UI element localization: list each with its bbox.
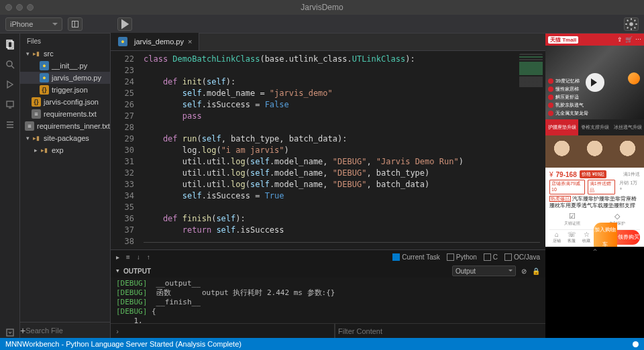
chevron-down-icon[interactable]: ▸: [115, 270, 121, 273]
lang-c-checkbox[interactable]: C: [484, 253, 498, 261]
tab-label: jarvis_demo.py: [134, 38, 184, 46]
output-label: OUTPUT: [123, 268, 151, 275]
svg-marker-2: [121, 19, 129, 29]
file-tree[interactable]: ▾▸▮src●__init__.py●jarvis_demo.py{}trigg…: [20, 48, 110, 322]
variant-tab[interactable]: 护腰座垫升级: [545, 119, 578, 135]
resize-handle[interactable]: ⌃: [545, 247, 644, 257]
buy-button[interactable]: 领券购买: [617, 230, 641, 245]
add-file-button[interactable]: +: [20, 325, 25, 336]
output-log[interactable]: [DEBUG] __output__ [DEBUG] 函数 output 执行耗…: [111, 278, 545, 323]
python-icon: ●: [118, 37, 127, 46]
variant-images[interactable]: [545, 135, 644, 168]
run-button[interactable]: [117, 17, 132, 31]
device-selector[interactable]: iPhone: [5, 17, 62, 31]
app-header: 天猫 Tmall ⇪ 🛒 ⋯: [545, 34, 644, 46]
svg-rect-9: [7, 101, 13, 107]
price-range: 79-168: [556, 171, 577, 178]
explorer-title: Files: [20, 34, 110, 48]
upload-icon[interactable]: ↑: [147, 253, 150, 261]
repl-input[interactable]: [124, 324, 334, 338]
product-info: ¥79-168 价格 ¥69起 满1件送 店铺券满79减10 满1件送赠品 月销…: [545, 168, 644, 247]
price-badge: 价格 ¥69起: [580, 170, 607, 178]
price-line: ¥79-168 价格 ¥69起 满1件送: [549, 170, 640, 178]
status-text: MNNWorkbench - Python Language Server St…: [5, 340, 241, 348]
output-header: ▸ OUTPUT Output ⊘ 🔒: [111, 264, 545, 278]
hero-video[interactable]: 39度记忆棉慢性家居棉解压更舒适乳胶亲肤透气无金属支架龙骨: [545, 46, 644, 119]
file-explorer: Files ▾▸▮src●__init__.py●jarvis_demo.py{…: [20, 34, 111, 338]
search-icon[interactable]: [5, 59, 15, 70]
filter-input[interactable]: [335, 324, 545, 338]
tree-node[interactable]: ●__init__.py: [20, 60, 110, 72]
product-title: 热卖爆品 汽车腰靠护腰靠垫靠背座椅腰枕车用夏季透气车载腰垫腰部支撑头枕: [549, 196, 640, 209]
titlebar: JarvisDemo: [0, 0, 644, 15]
tree-node[interactable]: ●jarvis_demo.py: [20, 72, 110, 84]
tree-node[interactable]: ≡requirements_inner.txt: [20, 120, 110, 132]
stop-icon[interactable]: ≡: [126, 253, 130, 261]
download-icon[interactable]: ↓: [137, 253, 140, 261]
activity-bar: [0, 34, 20, 338]
minimap[interactable]: [519, 54, 543, 107]
tree-node[interactable]: {}jarvis-config.json: [20, 96, 110, 108]
code-editor[interactable]: 22 23 24 25 26 27 28 29 30 31 32 33 34 3…: [111, 51, 545, 249]
nav-service[interactable]: ☏客服: [564, 231, 579, 244]
svg-rect-14: [7, 329, 13, 336]
more-icon[interactable]: ⋯: [635, 36, 641, 43]
download-icon[interactable]: [5, 327, 15, 338]
close-icon[interactable]: ×: [188, 38, 192, 46]
floating-action[interactable]: [628, 72, 640, 84]
status-bar: MNNWorkbench - Python Language Server St…: [0, 338, 644, 350]
tree-node[interactable]: ▾▸▮src: [20, 48, 110, 60]
debug-icon[interactable]: [5, 79, 15, 90]
svg-rect-0: [72, 21, 78, 27]
variant-tab[interactable]: 冰丝透气升级: [611, 119, 644, 135]
ship-label: 满1件送: [623, 171, 640, 178]
svg-line-7: [11, 66, 14, 68]
tree-node[interactable]: ≡requirements.txt: [20, 108, 110, 120]
currency: ¥: [549, 171, 553, 178]
tab-active[interactable]: ● jarvis_demo.py ×: [111, 33, 199, 50]
nav-fav[interactable]: ☆收藏: [579, 231, 594, 244]
clear-icon[interactable]: ⊘: [521, 268, 527, 275]
tree-node[interactable]: {}trigger.json: [20, 84, 110, 96]
brand-badge: 天猫 Tmall: [548, 36, 578, 44]
sales-count: 月销 1万+: [618, 180, 640, 194]
search-file-input[interactable]: [25, 327, 118, 335]
coupon-row[interactable]: 店铺券满79减10 满1件送赠品 月销 1万+: [549, 180, 640, 194]
share-icon[interactable]: ⇪: [617, 36, 623, 43]
status-indicator[interactable]: [633, 341, 639, 347]
trust-badges: ☑天猫证照 ◇专利保护: [549, 212, 640, 227]
nav-shop[interactable]: ⌂店铺: [549, 231, 564, 244]
window-title: JarvisDemo: [301, 3, 343, 12]
cart-icon[interactable]: 🛒: [625, 36, 633, 43]
svg-point-3: [629, 22, 633, 26]
tree-node[interactable]: ▾▸▮site-packages: [20, 132, 110, 144]
code-content[interactable]: class DemoBatchLinkClass(base.utlink_cla…: [141, 51, 545, 249]
lock-icon[interactable]: 🔒: [532, 268, 540, 275]
toolbar: iPhone: [0, 15, 644, 34]
device-icon[interactable]: [5, 99, 15, 110]
list-icon[interactable]: [5, 119, 15, 130]
run-icon[interactable]: ▸: [116, 253, 119, 261]
svg-point-6: [7, 61, 12, 66]
prompt-icon: ›: [111, 324, 124, 338]
feature-bullets: 39度记忆棉慢性家居棉解压更舒适乳胶亲肤透气无金属支架龙骨: [548, 78, 588, 117]
line-gutter: 22 23 24 25 26 27 28 29 30 31 32 33 34 3…: [111, 51, 141, 249]
device-preview: 天猫 Tmall ⇪ 🛒 ⋯ 39度记忆棉慢性家居棉解压更舒适乳胶亲肤透气无金属…: [545, 34, 644, 338]
window-controls[interactable]: [5, 4, 34, 11]
console-toolbar: ▸ ≡ ↓ ↑ Current Task Python C OC/Java: [111, 249, 545, 264]
settings-button[interactable]: [624, 17, 639, 31]
current-task-checkbox[interactable]: Current Task: [392, 253, 440, 261]
layout-button[interactable]: [68, 17, 83, 31]
variant-tabs: 护腰座垫升级脊椎支撑升级冰丝透气升级: [545, 119, 644, 135]
output-footer: ›: [111, 323, 545, 338]
editor-area: ● jarvis_demo.py × 22 23 24 25 26 27 28 …: [111, 34, 545, 338]
lang-ocjava-checkbox[interactable]: OC/Java: [504, 253, 540, 261]
svg-marker-8: [7, 81, 13, 88]
editor-tabs: ● jarvis_demo.py ×: [111, 34, 545, 51]
lang-python-checkbox[interactable]: Python: [447, 253, 477, 261]
bottom-nav: ⌂店铺 ☏客服 ☆收藏 加入购物车 领券购买: [549, 229, 640, 244]
tree-node[interactable]: ▸▸▮exp: [20, 144, 110, 156]
explorer-icon[interactable]: [5, 39, 15, 50]
output-channel-select[interactable]: Output: [452, 266, 516, 276]
variant-tab[interactable]: 脊椎支撑升级: [578, 119, 611, 135]
